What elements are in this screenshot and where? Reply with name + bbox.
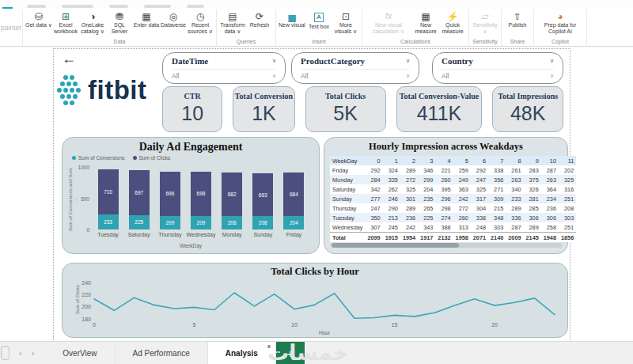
dataverse-button[interactable]: ◎Dataverse: [160, 10, 187, 28]
conversions-bar-segment[interactable]: 233: [98, 214, 119, 229]
ribbon-button-label: New measure: [412, 22, 439, 35]
sensitivity-button[interactable]: ▱Sensitivity ∨: [472, 10, 498, 35]
chevron-down-icon[interactable]: ∨: [550, 58, 554, 64]
column-header: 9: [524, 156, 541, 165]
daily-ad-engagement-chart: Daily Ad Engagement Sum of ConversionsSu…: [62, 137, 320, 254]
format-painter-button[interactable]: painter: [0, 9, 23, 46]
table-horizontal-scrollbar[interactable]: [331, 243, 562, 248]
back-arrow-icon[interactable]: ←: [62, 51, 76, 66]
conversions-bar-segment[interactable]: 204: [283, 216, 304, 229]
filter-value[interactable]: All∨: [301, 69, 410, 80]
menubar-item-fragment: [62, 5, 93, 8]
table-cell: 292: [471, 165, 488, 175]
conversions-bar-segment[interactable]: 208: [222, 216, 242, 229]
table-cell: 306: [524, 213, 541, 222]
table-cell: 260: [435, 175, 453, 184]
ribbon-button-label: Sensitivity ∨: [472, 22, 498, 35]
kpi-card-total-impressions[interactable]: Total Impressions48K: [492, 86, 563, 132]
line-x-tick: 5: [193, 322, 196, 328]
kpi-card-total-conversion[interactable]: Total Conversion1K: [233, 86, 294, 132]
line-y-tick: 200: [81, 304, 91, 309]
new-visual-calculation-button[interactable]: fxNew visual calculation ∨: [365, 10, 412, 35]
tab-analysis[interactable]: Analysisx: [208, 342, 276, 364]
kpi-card-ctr[interactable]: CTR10: [162, 86, 222, 132]
table-cell: Friday: [330, 165, 365, 175]
next-page-arrow-icon[interactable]: ›: [32, 348, 35, 358]
dataverse-icon: ◎: [169, 11, 177, 22]
new-visual-button[interactable]: ▅New visual: [279, 10, 305, 28]
filter-datetime[interactable]: DateTime∨All∨: [162, 52, 286, 84]
clicks-bar-segment[interactable]: 684: [283, 173, 304, 216]
excel-workbook-button[interactable]: ⊞Excel workbook: [52, 10, 79, 35]
filter-title-text: ProductCategory: [301, 56, 365, 66]
kpi-card-total-conversion-value[interactable]: Total Conversion-Value411K: [396, 86, 483, 132]
table-cell: Wednesday: [330, 222, 365, 233]
filter-productcategory[interactable]: ProductCategory∨All∨: [291, 52, 419, 84]
table-cell: 242: [400, 222, 418, 233]
clicks-bar-segment[interactable]: 698: [191, 172, 211, 217]
clicks-bar-segment[interactable]: 696: [160, 172, 180, 216]
table-cell: 261: [506, 165, 523, 175]
filter-country[interactable]: Country∨All∨: [432, 52, 563, 84]
table-cell: 247: [471, 175, 488, 184]
conversions-bar-segment[interactable]: 209: [191, 216, 211, 229]
table-cell: 296: [435, 194, 453, 203]
clicks-bar-segment[interactable]: 710: [98, 169, 119, 215]
publish-button[interactable]: ⇧Publish: [504, 10, 531, 28]
table-cell: 248: [471, 222, 488, 233]
table-row: Saturday34226232520439536332527134032636…: [330, 184, 576, 194]
chevron-down-icon[interactable]: ∨: [406, 58, 410, 64]
new-measure-button[interactable]: ▦New measure: [412, 10, 439, 35]
kpi-card-total-clicks[interactable]: Total Clicks5K: [305, 86, 386, 132]
tab-ad-performance[interactable]: Ad Performance: [116, 342, 208, 364]
filter-value[interactable]: All∨: [172, 69, 276, 80]
ribbon-group-buttons: fxNew visual calculation ∨▦New measure⚡Q…: [365, 10, 466, 38]
sql-server-button[interactable]: ⛃SQL Server: [106, 10, 133, 35]
onelake-catalog-button[interactable]: ◑OneLake catalog ∨: [79, 10, 106, 35]
filter-value[interactable]: All∨: [442, 69, 554, 80]
table-scrollbar-thumb[interactable]: [332, 243, 459, 248]
ribbon-group-buttons: ▤Transform data ∨⟳Refresh: [219, 10, 273, 38]
get-data-button[interactable]: ⛁Get data ∨: [25, 10, 52, 28]
table-cell: 236: [400, 213, 418, 222]
conversions-bar-segment[interactable]: 208: [252, 216, 273, 229]
text-box-icon: A: [314, 13, 323, 22]
table-cell: 325: [559, 175, 576, 184]
prep-data-for-copilot-icon: ◕: [557, 11, 563, 22]
table-cell: 298: [435, 203, 453, 213]
prev-page-arrow-icon[interactable]: ‹: [19, 348, 22, 358]
text-box-button[interactable]: AText box: [305, 10, 332, 30]
legend-dot-icon: [133, 156, 137, 160]
table-row: Monday2843352722992602492473562633752633…: [330, 175, 576, 184]
table-cell: 289: [400, 165, 418, 175]
ribbon-group-buttons: ▱Sensitivity ∨: [472, 10, 498, 38]
refresh-button[interactable]: ⟳Refresh: [246, 10, 273, 28]
clicks-bar-segment[interactable]: 663: [252, 173, 273, 216]
clicks-line-series[interactable]: [94, 293, 555, 318]
column-header: WeekDay: [330, 156, 365, 165]
clicks-bar-segment[interactable]: 697: [129, 170, 150, 214]
chevron-down-icon[interactable]: ∨: [406, 73, 410, 79]
more-visuals-button[interactable]: ⊡More visuals ∨: [332, 10, 359, 35]
clicks-bar-segment[interactable]: 682: [222, 173, 242, 216]
tab-overview[interactable]: OverView: [45, 342, 115, 364]
quick-measure-button[interactable]: ⚡Quick measure: [439, 10, 466, 35]
conversions-bar-segment[interactable]: 225: [129, 215, 150, 229]
conversions-bar-segment[interactable]: 209: [160, 216, 180, 229]
transform-data-button[interactable]: ▤Transform data ∨: [219, 10, 246, 35]
prep-data-for-copilot-button[interactable]: ◕Prep data for Copilot AI: [536, 10, 584, 35]
line-chart-plot: 24022020018005101520Hour: [70, 276, 564, 336]
table-row: Wednesday3072452423433883132483032872892…: [330, 222, 576, 233]
watermark-text: خمسات: [267, 340, 348, 364]
table-cell: 289: [506, 203, 523, 213]
table-title: Hourly Impression across Weakdays: [324, 138, 567, 153]
chevron-down-icon[interactable]: ∨: [550, 73, 554, 79]
sensitivity-icon: ▱: [481, 11, 488, 22]
chevron-down-icon[interactable]: ∨: [272, 58, 276, 64]
enter-data-button[interactable]: ▦Enter data: [133, 10, 160, 28]
recent-sources-button[interactable]: ◷Recent sources ∨: [187, 10, 214, 35]
ribbon-group-data: ⛁Get data ∨⊞Excel workbook◑OneLake catal…: [23, 9, 217, 46]
ribbon-button-label: Dataverse: [161, 22, 186, 28]
bar-column-tuesday: 710233Tuesday: [93, 167, 123, 229]
chevron-down-icon[interactable]: ∨: [272, 73, 276, 79]
